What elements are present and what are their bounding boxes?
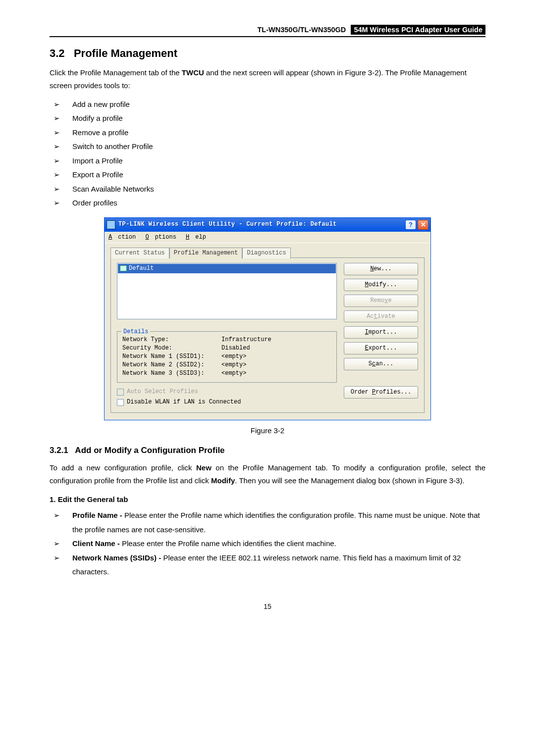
- export-button[interactable]: Export...: [344, 342, 418, 354]
- disable-wlan-label: Disable WLAN if LAN is Connected: [127, 398, 241, 406]
- doc-title: 54M Wireless PCI Adapter User Guide: [351, 25, 485, 35]
- figure-caption: Figure 3-2: [50, 425, 485, 436]
- new-button[interactable]: New...: [344, 263, 418, 275]
- tabs: Current Status Profile Management Diagno…: [110, 247, 425, 258]
- window-title: TP-LINK Wireless Client Utility - Curren…: [118, 220, 404, 229]
- help-icon[interactable]: ?: [405, 220, 416, 230]
- list-item: Add a new profile: [50, 98, 485, 112]
- titlebar[interactable]: TP-LINK Wireless Client Utility - Curren…: [105, 218, 430, 232]
- remove-button[interactable]: Remove: [344, 295, 418, 307]
- twcu-dialog: TP-LINK Wireless Client Utility - Curren…: [104, 217, 431, 420]
- scan-button[interactable]: Scan...: [344, 358, 418, 370]
- order-profiles-button[interactable]: Order Profiles...: [344, 386, 418, 399]
- profile-item-default[interactable]: Default: [118, 264, 336, 273]
- tab-diagnostics[interactable]: Diagnostics: [242, 248, 290, 258]
- list-item: Modify a profile: [50, 111, 485, 126]
- section-heading: 3.2 Profile Management: [50, 46, 485, 61]
- list-item: Export a Profile: [50, 168, 485, 182]
- general-tab-list: Profile Name - Please enter the Profile …: [50, 508, 485, 579]
- list-item: Profile Name - Please enter the Profile …: [50, 508, 485, 537]
- list-item: Scan Available Networks: [50, 182, 485, 197]
- checkbox-disable-wlan[interactable]: [117, 399, 124, 406]
- menubar: Action Options Help: [105, 232, 430, 244]
- subsection-para: To add a new configuration profile, clic…: [50, 461, 485, 488]
- list-item: Order profiles: [50, 196, 485, 210]
- activate-button[interactable]: Activate: [344, 310, 418, 323]
- app-icon: [107, 220, 115, 229]
- auto-select-label: Auto Select Profiles: [127, 388, 198, 396]
- page-number: 15: [50, 602, 485, 612]
- menu-help[interactable]: Help: [186, 234, 206, 241]
- step-heading: 1. Edit the General tab: [50, 494, 485, 504]
- section-intro: Click the Profile Management tab of the …: [50, 66, 485, 93]
- list-item: Import a Profile: [50, 154, 485, 168]
- menu-options[interactable]: Options: [145, 234, 176, 241]
- list-item: Network Names (SSIDs) - Please enter the…: [50, 551, 485, 579]
- feature-list: Add a new profile Modify a profile Remov…: [50, 98, 485, 210]
- profile-list[interactable]: Default: [117, 263, 337, 319]
- page-header: TL-WN350G/TL-WN350GD 54M Wireless PCI Ad…: [50, 25, 485, 37]
- import-button[interactable]: Import...: [344, 326, 418, 339]
- subsection-heading: 3.2.1 Add or Modify a Configuration Prof…: [50, 445, 485, 456]
- tab-profile-management[interactable]: Profile Management: [169, 248, 243, 258]
- details-legend: Details: [121, 328, 150, 336]
- close-icon[interactable]: ✕: [418, 220, 428, 230]
- list-item: Client Name - Please enter the Profile n…: [50, 537, 485, 551]
- tab-panel: Default New... Modify... Remove Activate…: [110, 257, 425, 413]
- modify-button[interactable]: Modify...: [344, 279, 418, 291]
- details-group: Details Network Type:Infrastructure Secu…: [117, 331, 337, 383]
- list-item: Remove a profile: [50, 126, 485, 140]
- tab-current-status[interactable]: Current Status: [110, 248, 169, 258]
- profile-icon: [120, 265, 127, 271]
- doc-model: TL-WN350G/TL-WN350GD: [258, 26, 346, 34]
- menu-action[interactable]: Action: [108, 234, 136, 241]
- list-item: Switch to another Profile: [50, 140, 485, 154]
- checkbox-auto-select[interactable]: [117, 389, 124, 396]
